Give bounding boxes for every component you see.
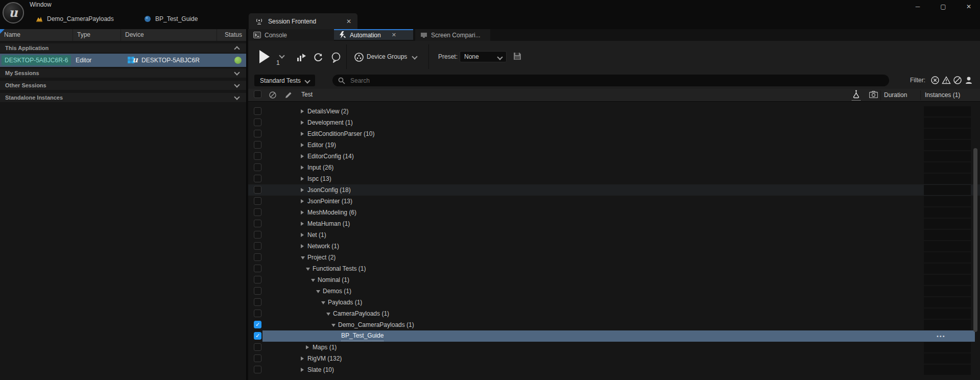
test-checkbox[interactable]	[254, 175, 261, 182]
column-header-duration[interactable]: Duration	[884, 91, 907, 99]
chevron-down-icon[interactable]	[412, 54, 417, 59]
row-options-button[interactable]: •••	[937, 330, 946, 342]
test-tree-row[interactable]: Input (26)	[248, 162, 980, 173]
session-group-other-sessions[interactable]: Other Sessions	[0, 81, 246, 90]
test-checkbox[interactable]	[254, 197, 261, 205]
column-header-name[interactable]: Name	[0, 29, 73, 41]
window-menu[interactable]: Window	[30, 1, 52, 8]
expand-arrow-icon[interactable]	[301, 210, 304, 215]
test-checkbox[interactable]	[254, 287, 261, 295]
collapse-arrow-icon[interactable]	[311, 279, 315, 282]
chevron-up-icon[interactable]	[234, 46, 240, 52]
column-header-test[interactable]: Test	[301, 91, 313, 98]
collapse-arrow-icon[interactable]	[321, 301, 325, 304]
test-tree-row[interactable]: Functional Tests (1)	[248, 263, 980, 274]
tab-automation[interactable]: Automation ✕	[334, 29, 413, 40]
test-tree-row[interactable]: EditConditionParser (10)	[248, 128, 980, 139]
collapse-arrow-icon[interactable]	[306, 268, 310, 271]
test-checkbox[interactable]: ✓	[254, 321, 261, 328]
expand-arrow-icon[interactable]	[301, 199, 304, 203]
tab-session-frontend[interactable]: Session Frontend ✕	[249, 13, 357, 29]
test-checkbox[interactable]: ✓	[254, 332, 261, 340]
warnings-filter-icon[interactable]	[942, 76, 951, 85]
column-header-type[interactable]: Type	[73, 29, 121, 41]
expand-arrow-icon[interactable]	[301, 143, 304, 147]
run-level-test-icon[interactable]	[296, 52, 307, 63]
close-tab-icon[interactable]: ✕	[392, 32, 396, 38]
errors-filter-icon[interactable]	[930, 76, 940, 85]
refresh-tests-icon[interactable]	[313, 52, 324, 63]
expand-arrow-icon[interactable]	[301, 368, 304, 372]
session-row-selected[interactable]: DESKTOP-5ABJC6R-6 Editor u DESKTOP-5ABJC…	[0, 54, 246, 67]
test-tree-row[interactable]: Network (1)	[248, 241, 980, 252]
close-button[interactable]: ✕	[959, 0, 978, 13]
test-tree-row[interactable]: ✓Demo_CameraPayloads (1)	[248, 319, 980, 330]
test-checkbox[interactable]	[254, 118, 261, 126]
tab-console[interactable]: Console	[248, 29, 334, 41]
device-groups-button[interactable]: Device Groups	[367, 53, 407, 60]
test-checkbox[interactable]	[254, 186, 261, 194]
expand-arrow-icon[interactable]	[301, 357, 304, 361]
errors-comments-icon[interactable]	[330, 52, 342, 63]
test-checkbox[interactable]	[254, 141, 261, 149]
select-all-checkbox[interactable]	[254, 90, 261, 98]
column-header-status[interactable]: Status	[217, 29, 246, 41]
test-tree-row[interactable]: Ispc (13)	[248, 173, 980, 184]
test-checkbox[interactable]	[254, 310, 261, 317]
session-name-field[interactable]: DESKTOP-5ABJC6R-6	[2, 55, 71, 65]
test-tree-row[interactable]: DetailsView (2)	[248, 106, 980, 117]
expand-arrow-icon[interactable]	[301, 154, 304, 158]
test-tree-row[interactable]: Project (2)	[248, 252, 980, 263]
chevron-down-icon[interactable]	[234, 94, 240, 100]
maximize-button[interactable]: ▢	[934, 0, 953, 13]
run-options-chevron-icon[interactable]	[279, 53, 284, 58]
test-checkbox[interactable]	[254, 265, 261, 272]
test-checkbox[interactable]	[254, 253, 261, 261]
test-tree-row[interactable]: Nominal (1)	[248, 274, 980, 286]
test-tree-row[interactable]: ✓BP_Test_Guide•••	[248, 330, 980, 342]
chevron-down-icon[interactable]	[234, 82, 240, 87]
test-checkbox[interactable]	[254, 276, 261, 283]
test-tree-row[interactable]: MetaHuman (1)	[248, 218, 980, 229]
expand-arrow-icon[interactable]	[301, 222, 304, 226]
test-tree-row[interactable]: Payloads (1)	[248, 297, 980, 308]
column-header-device[interactable]: Device	[121, 29, 217, 41]
expand-arrow-icon[interactable]	[301, 177, 304, 181]
test-tree-row[interactable]: Demos (1)	[248, 286, 980, 297]
test-checkbox[interactable]	[254, 107, 261, 115]
collapse-arrow-icon[interactable]	[301, 256, 305, 259]
save-preset-icon[interactable]	[513, 52, 524, 63]
test-tree-row[interactable]: Development (1)	[248, 117, 980, 128]
smoke-test-filter-icon[interactable]	[852, 90, 861, 101]
close-tab-icon[interactable]: ✕	[346, 18, 351, 25]
test-tree-row[interactable]: EditorConfig (14)	[248, 151, 980, 162]
expand-arrow-icon[interactable]	[301, 132, 304, 136]
test-checkbox[interactable]	[254, 343, 261, 351]
test-checkbox[interactable]	[254, 152, 261, 160]
search-box[interactable]	[332, 75, 889, 86]
session-group-my-sessions[interactable]: My Sessions	[0, 68, 246, 78]
expand-arrow-icon[interactable]	[301, 121, 304, 125]
session-group-this-application[interactable]: This Application	[0, 43, 246, 53]
test-tree-row[interactable]: CameraPayloads (1)	[248, 308, 980, 319]
test-tree-row[interactable]: JsonConfig (18)	[248, 184, 980, 196]
test-checkbox[interactable]	[254, 366, 261, 373]
collapse-arrow-icon[interactable]	[316, 290, 320, 293]
edit-excluded-icon[interactable]	[284, 91, 293, 99]
test-checkbox[interactable]	[254, 220, 261, 227]
test-checkbox[interactable]	[254, 354, 261, 362]
test-tree-row[interactable]: Maps (1)	[248, 342, 980, 353]
test-tree-row[interactable]: MeshModeling (6)	[248, 207, 980, 218]
expand-arrow-icon[interactable]	[301, 244, 304, 248]
asset-tab-demo-camerapayloads[interactable]: Demo_CameraPayloads	[31, 12, 119, 26]
tab-screen-comparison[interactable]: Screen Compari...	[415, 29, 490, 41]
collapse-arrow-icon[interactable]	[331, 324, 336, 327]
test-group-dropdown[interactable]: Standard Tests	[254, 75, 315, 86]
expand-arrow-icon[interactable]	[306, 345, 309, 349]
minimize-button[interactable]: ─	[908, 0, 927, 13]
test-checkbox[interactable]	[254, 130, 261, 137]
test-checkbox[interactable]	[254, 242, 261, 250]
expand-arrow-icon[interactable]	[301, 233, 304, 237]
excluded-filter-icon[interactable]	[953, 76, 962, 85]
test-tree-row[interactable]: RigVM (132)	[248, 353, 980, 364]
